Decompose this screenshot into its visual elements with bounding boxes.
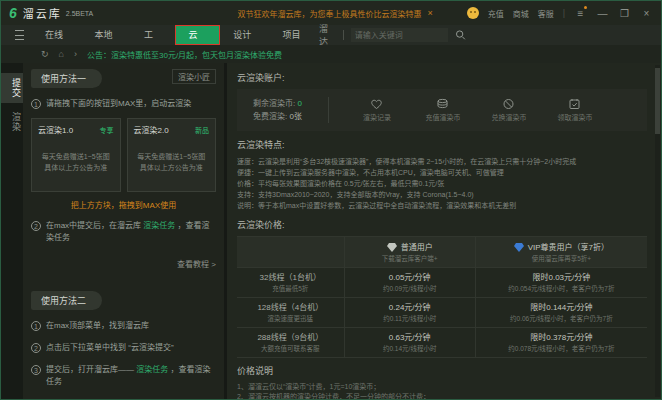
- render-task-link[interactable]: 渲染任务: [143, 221, 175, 230]
- app-logo-icon: 6: [9, 1, 17, 25]
- method2-step1-text: 在max顶部菜单，找到溜云库: [46, 320, 149, 332]
- note-item: 1、溜渲云仅以“渲染币”计费，1元=10渲染币；: [237, 382, 647, 392]
- card1-title: 云渲染1.0: [38, 124, 73, 135]
- drag-cta-text: 把上方方块，拖拽到MAX使用: [31, 199, 216, 210]
- account-section-title: 云渲染账户:: [237, 71, 647, 84]
- recharge-link[interactable]: 充值: [488, 8, 504, 19]
- claim-coins-button[interactable]: 领取渲染币: [549, 98, 601, 122]
- card2-line2: 具体以上方公告为准: [134, 162, 210, 173]
- pricing-header-normal: 普通用户 下载溜云库客户端+: [344, 237, 475, 267]
- method2-step3-text: 提交后，打开溜云库—— 渲染任务 ，查看渲染任务: [46, 364, 216, 388]
- action-label: 兑换渲染币: [483, 112, 535, 122]
- balance-value: 0: [297, 99, 301, 108]
- notes-title: 价格说明: [237, 364, 647, 377]
- heart-icon: [370, 98, 383, 110]
- rail-item-submit[interactable]: 提交: [1, 73, 23, 103]
- render-cards: 云渲染1.0 专享 每天免费赠送1~5张图 具体以上方公告为准 云渲染2.0 新…: [31, 118, 216, 192]
- feature-item: 价格：平均每张效果图渲染价格在 0.5元/张左右，最低只需0.1元/张: [237, 178, 647, 189]
- pricing-table: 普通用户 下载溜云库客户端+ VIP尊贵用户（享7折） 使用溜云库再享5折+ 3…: [237, 236, 647, 358]
- card2-tag: 新品: [195, 125, 209, 135]
- price-notes-section: 价格说明 1、溜渲云仅以“渲染币”计费，1元=10渲染币； 2、溜渲云按机器的渲…: [237, 364, 647, 399]
- search-icon[interactable]: [455, 29, 466, 41]
- pricing-header-vip: VIP尊贵用户（享7折） 使用溜云库再享5折+: [475, 237, 647, 267]
- menu-icon[interactable]: ≡: [574, 8, 587, 19]
- card-cloud-render-1[interactable]: 云渲染1.0 专享 每天免费赠送1~5张图 具体以上方公告为准: [31, 118, 121, 192]
- tab-local-manage[interactable]: 本地管理: [82, 25, 131, 45]
- tutorial-link-1[interactable]: 查看教程 >: [31, 258, 216, 269]
- method2-header-row: 使用方法二: [31, 291, 216, 310]
- step-number-icon: 1: [31, 99, 41, 109]
- close-icon[interactable]: ×: [640, 8, 653, 19]
- tab-design-class[interactable]: 设计课堂: [220, 25, 269, 45]
- coins-icon: [436, 98, 449, 110]
- notice-link[interactable]: 公告：渲染特惠低至30元/月起，包天包月渲染体验免费: [87, 49, 282, 60]
- vip-gem-icon: [514, 243, 524, 252]
- tab-online-assets[interactable]: 在线素材: [32, 25, 81, 45]
- card-cloud-render-2[interactable]: 云渲染2.0 新品 每天免费赠送1~5张图 具体以上方公告为准: [127, 118, 217, 192]
- announcement-text[interactable]: 双节狂欢年溜云库，为您奉上极具性价比云渲染特惠: [237, 8, 421, 19]
- gem-icon: [387, 243, 397, 252]
- card1-line1: 每天免费赠送1~5张图: [38, 151, 114, 162]
- render-history-button[interactable]: 渲染记录: [351, 98, 403, 122]
- method1-header-row: 使用方法一 渲染小匠: [31, 69, 216, 88]
- recharge-coins-button[interactable]: 充值渲染币: [417, 98, 469, 122]
- refresh-icon[interactable]: ↻: [41, 49, 49, 59]
- titlebar-divider: |: [563, 8, 565, 18]
- method1-step2: 2 在max中提交后，在溜云库 渲染任务 ，查看渲染任务: [31, 220, 216, 244]
- pricing-header-row: 普通用户 下载溜云库客户端+ VIP尊贵用户（享7折） 使用溜云库再享5折+: [237, 237, 647, 267]
- pricing-row-288: 288线程（9台机）大额充值可联系客服 0.63元/分钟约0.14元/线程小时 …: [237, 327, 647, 357]
- chevron-right-icon: ›: [74, 49, 77, 59]
- app-window: 6 溜云库 2.5BETA 双节狂欢年溜云库，为您奉上极具性价比云渲染特惠 × …: [0, 0, 662, 400]
- method1-header: 使用方法一: [31, 69, 102, 88]
- store-link[interactable]: 商城: [513, 8, 529, 19]
- account-box: 剩余渲染币: 0 免费渲染: 0张 渲染记录 充值渲染币 兑换渲染: [237, 89, 647, 131]
- method1-step1-text: 请拖拽下面的按钮到MAX里，启动云渲染: [46, 98, 191, 110]
- breadcrumb: ↻ ⌂ › 公告：渲染特惠低至30元/月起，包天包月渲染体验免费: [1, 45, 661, 63]
- render-info-panel: 云渲染账户: 剩余渲染币: 0 免费渲染: 0张 渲染记录 充值渲染币: [227, 63, 661, 399]
- tab-project-files[interactable]: 项目文件: [270, 25, 319, 45]
- render-task-link[interactable]: 渲染任务: [136, 365, 168, 374]
- maximize-icon[interactable]: ❐: [618, 8, 631, 19]
- app-version: 2.5BETA: [66, 10, 94, 17]
- feature-item: 支持：支持3Dmax2010~2020，支持全部版本的Vray，支持 Coron…: [237, 189, 647, 200]
- account-divider: [328, 97, 329, 123]
- method2-step1: 1 在max顶部菜单，找到溜云库: [31, 320, 216, 332]
- announcement-close-icon[interactable]: ×: [427, 8, 432, 18]
- minimize-icon[interactable]: —: [596, 8, 609, 19]
- tab-cloud-render[interactable]: 云渲染: [175, 25, 221, 45]
- free-render-line: 免费渲染: 0张: [253, 110, 302, 123]
- titlebar-right: 充值 商城 客服 | ≡ — ❐ ×: [467, 7, 653, 19]
- tab-toolbox[interactable]: 工具箱: [131, 25, 175, 45]
- avatar[interactable]: [467, 7, 479, 19]
- step-number-icon: 2: [31, 343, 41, 353]
- feature-item: 便捷：一键上传到云渲染服务器中渲染，不占用本机CPU，渲染电脑可关机、可做管理: [237, 167, 647, 178]
- step-number-icon: 3: [31, 365, 41, 375]
- method1-step2-text: 在max中提交后，在溜云库 渲染任务 ，查看渲染任务: [46, 220, 216, 244]
- ban-circle-icon: [502, 98, 515, 110]
- balance-block: 剩余渲染币: 0 免费渲染: 0张: [253, 97, 302, 123]
- support-link[interactable]: 客服: [538, 8, 554, 19]
- pricing-row-128: 128线程（4台机）渲染速度更迅猛 0.24元/分钟约0.11元/线程小时 限时…: [237, 297, 647, 327]
- feature-item: 说明：等于本机max中设置好参数，云渲染过程中全自动渲染流程，渲染效果和本机无差…: [237, 200, 647, 211]
- action-label: 渲染记录: [351, 112, 403, 122]
- action-label: 领取渲染币: [549, 112, 601, 122]
- exchange-coins-button[interactable]: 兑换渲染币: [483, 98, 535, 122]
- main-tabbar: 在线素材 本地管理 工具箱 云渲染 设计课堂 项目文件 溜达: [1, 25, 661, 45]
- home-icon[interactable]: ⌂: [59, 49, 64, 59]
- card1-tag: 专享: [100, 125, 114, 135]
- pricing-title: 云渲染价格:: [237, 218, 647, 231]
- card1-line2: 具体以上方公告为准: [38, 162, 114, 173]
- hamburger-icon[interactable]: [15, 30, 24, 40]
- content-area: 提交 渲染 使用方法一 渲染小匠 1 请拖拽下面的按钮到MAX里，启动云渲染 云…: [1, 63, 661, 399]
- pricing-header-empty: [237, 237, 344, 267]
- free-render-value: 0张: [289, 112, 301, 121]
- notification-dot: [584, 6, 587, 9]
- rail-item-render[interactable]: 渲染: [1, 107, 23, 137]
- features-section: 云渲染特点: 速度：云渲染是利用“多台32核极速渲染器”，使得本机渲染需 2~1…: [237, 138, 647, 211]
- render-helper-link[interactable]: 渲染小匠: [172, 69, 216, 84]
- scrollbar-thumb[interactable]: [655, 68, 660, 134]
- usage-panel: 使用方法一 渲染小匠 1 请拖拽下面的按钮到MAX里，启动云渲染 云渲染1.0 …: [23, 63, 224, 399]
- search-input[interactable]: [355, 31, 444, 40]
- side-rail: 提交 渲染: [1, 63, 23, 399]
- note-item: 2、溜渲云按机器的渲染分钟计费，不足一分钟的部分不计费；: [237, 392, 647, 399]
